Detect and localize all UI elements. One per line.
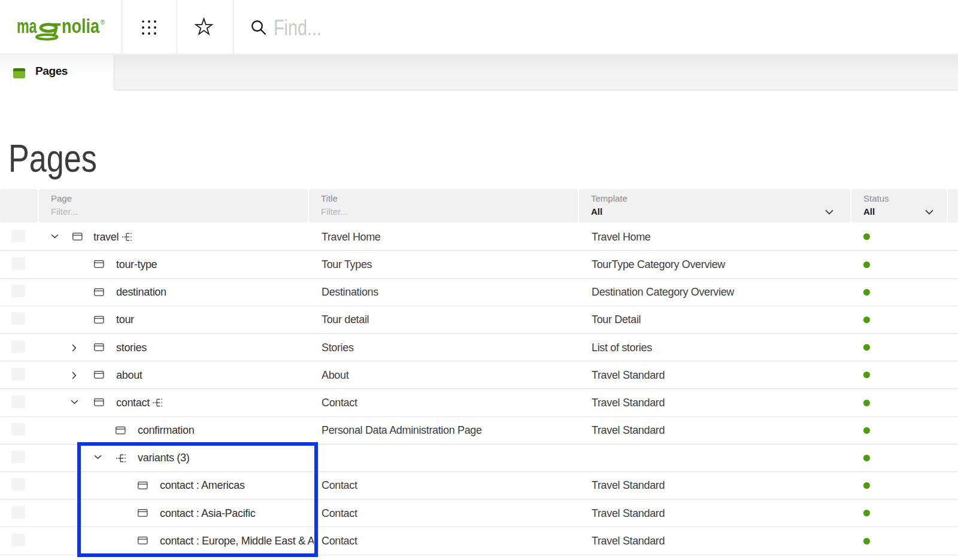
svg-text:ma: ma — [17, 15, 37, 37]
svg-text:nolia: nolia — [62, 15, 100, 37]
svg-text:®: ® — [101, 19, 105, 26]
